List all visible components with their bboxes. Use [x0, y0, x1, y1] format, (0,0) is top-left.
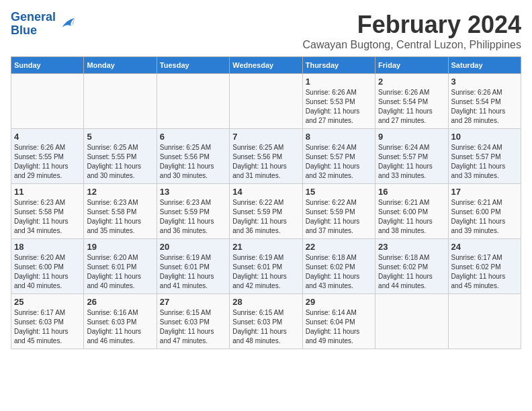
calendar-cell: 22Sunrise: 6:18 AM Sunset: 6:02 PM Dayli… — [302, 239, 375, 294]
day-number: 21 — [232, 242, 299, 252]
calendar-cell: 18Sunrise: 6:20 AM Sunset: 6:00 PM Dayli… — [11, 239, 84, 294]
calendar-cell: 10Sunrise: 6:24 AM Sunset: 5:57 PM Dayli… — [448, 129, 521, 184]
day-number: 23 — [378, 242, 445, 252]
logo-bird-icon — [57, 15, 76, 34]
calendar-week-row: 1Sunrise: 6:26 AM Sunset: 5:53 PM Daylig… — [11, 74, 521, 129]
day-info: Sunrise: 6:26 AM Sunset: 5:55 PM Dayligh… — [14, 143, 81, 181]
calendar-week-row: 25Sunrise: 6:17 AM Sunset: 6:03 PM Dayli… — [11, 294, 521, 349]
calendar-cell — [84, 74, 157, 129]
day-number: 16 — [378, 187, 445, 197]
day-header-friday: Friday — [375, 57, 448, 74]
day-info: Sunrise: 6:21 AM Sunset: 6:00 PM Dayligh… — [451, 198, 518, 236]
day-header-monday: Monday — [84, 57, 157, 74]
day-number: 2 — [378, 77, 445, 87]
day-info: Sunrise: 6:18 AM Sunset: 6:02 PM Dayligh… — [378, 253, 445, 291]
calendar-cell: 17Sunrise: 6:21 AM Sunset: 6:00 PM Dayli… — [448, 184, 521, 239]
day-number: 15 — [306, 187, 372, 197]
calendar-cell: 27Sunrise: 6:15 AM Sunset: 6:03 PM Dayli… — [157, 294, 229, 349]
day-info: Sunrise: 6:17 AM Sunset: 6:03 PM Dayligh… — [14, 308, 81, 346]
title-block: February 2024 Cawayan Bugtong, Central L… — [302, 11, 521, 51]
day-info: Sunrise: 6:19 AM Sunset: 6:01 PM Dayligh… — [160, 253, 226, 291]
day-number: 29 — [306, 297, 372, 307]
day-info: Sunrise: 6:20 AM Sunset: 6:01 PM Dayligh… — [87, 253, 153, 291]
day-number: 20 — [160, 242, 226, 252]
calendar-cell — [11, 74, 84, 129]
day-number: 19 — [87, 242, 153, 252]
day-info: Sunrise: 6:15 AM Sunset: 6:03 PM Dayligh… — [232, 308, 299, 346]
calendar-cell: 3Sunrise: 6:26 AM Sunset: 5:54 PM Daylig… — [448, 74, 521, 129]
day-number: 1 — [306, 77, 372, 87]
day-info: Sunrise: 6:26 AM Sunset: 5:54 PM Dayligh… — [378, 88, 445, 126]
calendar-cell: 25Sunrise: 6:17 AM Sunset: 6:03 PM Dayli… — [11, 294, 84, 349]
day-number: 4 — [14, 132, 81, 142]
day-info: Sunrise: 6:23 AM Sunset: 5:58 PM Dayligh… — [14, 198, 81, 236]
calendar-body: 1Sunrise: 6:26 AM Sunset: 5:53 PM Daylig… — [11, 74, 521, 349]
day-info: Sunrise: 6:21 AM Sunset: 6:00 PM Dayligh… — [378, 198, 445, 236]
day-number: 18 — [14, 242, 81, 252]
day-number: 27 — [160, 297, 226, 307]
day-number: 8 — [306, 132, 372, 142]
calendar-week-row: 11Sunrise: 6:23 AM Sunset: 5:58 PM Dayli… — [11, 184, 521, 239]
calendar-cell: 6Sunrise: 6:25 AM Sunset: 5:56 PM Daylig… — [157, 129, 229, 184]
day-info: Sunrise: 6:14 AM Sunset: 6:04 PM Dayligh… — [306, 308, 372, 346]
day-number: 5 — [87, 132, 153, 142]
calendar-cell: 7Sunrise: 6:25 AM Sunset: 5:56 PM Daylig… — [230, 129, 302, 184]
day-info: Sunrise: 6:24 AM Sunset: 5:57 PM Dayligh… — [306, 143, 372, 181]
day-number: 17 — [451, 187, 518, 197]
calendar-cell — [157, 74, 229, 129]
day-header-saturday: Saturday — [448, 57, 521, 74]
calendar-cell: 28Sunrise: 6:15 AM Sunset: 6:03 PM Dayli… — [230, 294, 302, 349]
day-header-sunday: Sunday — [11, 57, 84, 74]
calendar-cell: 23Sunrise: 6:18 AM Sunset: 6:02 PM Dayli… — [375, 239, 448, 294]
calendar-cell: 1Sunrise: 6:26 AM Sunset: 5:53 PM Daylig… — [302, 74, 375, 129]
calendar-cell: 21Sunrise: 6:19 AM Sunset: 6:01 PM Dayli… — [230, 239, 302, 294]
day-number: 12 — [87, 187, 153, 197]
day-info: Sunrise: 6:18 AM Sunset: 6:02 PM Dayligh… — [306, 253, 372, 291]
logo: GeneralBlue — [11, 11, 76, 38]
day-info: Sunrise: 6:15 AM Sunset: 6:03 PM Dayligh… — [160, 308, 226, 346]
day-number: 11 — [14, 187, 81, 197]
day-info: Sunrise: 6:25 AM Sunset: 5:56 PM Dayligh… — [160, 143, 226, 181]
day-number: 22 — [306, 242, 372, 252]
day-info: Sunrise: 6:20 AM Sunset: 6:00 PM Dayligh… — [14, 253, 81, 291]
day-number: 13 — [160, 187, 226, 197]
day-number: 14 — [232, 187, 299, 197]
calendar-cell: 19Sunrise: 6:20 AM Sunset: 6:01 PM Dayli… — [84, 239, 157, 294]
main-title: February 2024 — [302, 11, 521, 39]
calendar-cell: 14Sunrise: 6:22 AM Sunset: 5:59 PM Dayli… — [230, 184, 302, 239]
calendar-table: SundayMondayTuesdayWednesdayThursdayFrid… — [11, 56, 521, 349]
day-number: 28 — [232, 297, 299, 307]
day-number: 7 — [232, 132, 299, 142]
day-info: Sunrise: 6:26 AM Sunset: 5:54 PM Dayligh… — [451, 88, 518, 126]
calendar-cell — [375, 294, 448, 349]
calendar-cell: 5Sunrise: 6:25 AM Sunset: 5:55 PM Daylig… — [84, 129, 157, 184]
calendar-cell — [448, 294, 521, 349]
calendar-cell — [230, 74, 302, 129]
day-info: Sunrise: 6:23 AM Sunset: 5:59 PM Dayligh… — [160, 198, 226, 236]
day-info: Sunrise: 6:16 AM Sunset: 6:03 PM Dayligh… — [87, 308, 153, 346]
calendar-cell: 2Sunrise: 6:26 AM Sunset: 5:54 PM Daylig… — [375, 74, 448, 129]
calendar-header-row: SundayMondayTuesdayWednesdayThursdayFrid… — [11, 57, 521, 74]
calendar-cell: 15Sunrise: 6:22 AM Sunset: 5:59 PM Dayli… — [302, 184, 375, 239]
calendar-cell: 20Sunrise: 6:19 AM Sunset: 6:01 PM Dayli… — [157, 239, 229, 294]
calendar-week-row: 4Sunrise: 6:26 AM Sunset: 5:55 PM Daylig… — [11, 129, 521, 184]
calendar-cell: 24Sunrise: 6:17 AM Sunset: 6:02 PM Dayli… — [448, 239, 521, 294]
day-info: Sunrise: 6:22 AM Sunset: 5:59 PM Dayligh… — [232, 198, 299, 236]
calendar-cell: 26Sunrise: 6:16 AM Sunset: 6:03 PM Dayli… — [84, 294, 157, 349]
day-info: Sunrise: 6:24 AM Sunset: 5:57 PM Dayligh… — [451, 143, 518, 181]
day-info: Sunrise: 6:19 AM Sunset: 6:01 PM Dayligh… — [232, 253, 299, 291]
day-number: 6 — [160, 132, 226, 142]
calendar-week-row: 18Sunrise: 6:20 AM Sunset: 6:00 PM Dayli… — [11, 239, 521, 294]
day-number: 9 — [378, 132, 445, 142]
day-number: 3 — [451, 77, 518, 87]
day-header-tuesday: Tuesday — [157, 57, 229, 74]
calendar-cell: 11Sunrise: 6:23 AM Sunset: 5:58 PM Dayli… — [11, 184, 84, 239]
day-number: 26 — [87, 297, 153, 307]
day-info: Sunrise: 6:25 AM Sunset: 5:55 PM Dayligh… — [87, 143, 153, 181]
day-info: Sunrise: 6:25 AM Sunset: 5:56 PM Dayligh… — [232, 143, 299, 181]
calendar-cell: 12Sunrise: 6:23 AM Sunset: 5:58 PM Dayli… — [84, 184, 157, 239]
day-number: 25 — [14, 297, 81, 307]
logo-line1: GeneralBlue — [11, 11, 56, 38]
day-info: Sunrise: 6:26 AM Sunset: 5:53 PM Dayligh… — [306, 88, 372, 126]
day-header-thursday: Thursday — [302, 57, 375, 74]
